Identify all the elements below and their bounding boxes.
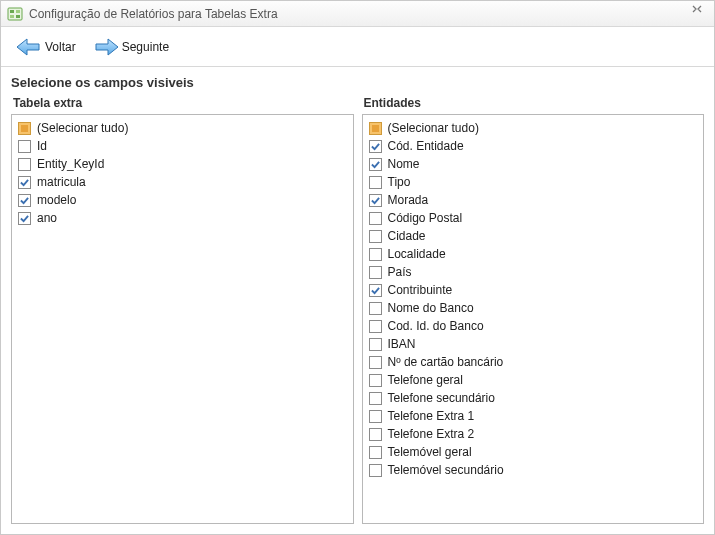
checkbox-icon[interactable] bbox=[369, 266, 382, 279]
left-item[interactable]: ano bbox=[14, 209, 351, 227]
left-select-all[interactable]: (Selecionar tudo) bbox=[14, 119, 351, 137]
right-item[interactable]: Tipo bbox=[365, 173, 702, 191]
item-label: modelo bbox=[37, 193, 76, 207]
select-all-label: (Selecionar tudo) bbox=[37, 121, 128, 135]
checkbox-icon[interactable] bbox=[369, 140, 382, 153]
checkbox-icon[interactable] bbox=[369, 392, 382, 405]
item-label: Id bbox=[37, 139, 47, 153]
item-label: Contribuinte bbox=[388, 283, 453, 297]
checkbox-icon[interactable] bbox=[369, 302, 382, 315]
item-label: Telefone secundário bbox=[388, 391, 495, 405]
right-column: Entidades (Selecionar tudo)Cód. Entidade… bbox=[362, 96, 705, 524]
item-label: IBAN bbox=[388, 337, 416, 351]
right-item[interactable]: Cod. Id. do Banco bbox=[365, 317, 702, 335]
right-header: Entidades bbox=[364, 96, 705, 110]
right-item[interactable]: Nome do Banco bbox=[365, 299, 702, 317]
left-header: Tabela extra bbox=[13, 96, 354, 110]
item-label: Telemóvel secundário bbox=[388, 463, 504, 477]
right-item[interactable]: Telefone Extra 2 bbox=[365, 425, 702, 443]
app-icon bbox=[7, 6, 23, 22]
left-listbox[interactable]: (Selecionar tudo)IdEntity_KeyIdmatricula… bbox=[11, 114, 354, 524]
right-item[interactable]: Localidade bbox=[365, 245, 702, 263]
checkbox-icon[interactable] bbox=[369, 320, 382, 333]
next-label: Seguinte bbox=[122, 40, 169, 54]
checkbox-icon[interactable] bbox=[369, 194, 382, 207]
window: Configuração de Relatórios para Tabelas … bbox=[0, 0, 715, 535]
svg-rect-2 bbox=[16, 10, 20, 13]
right-listbox[interactable]: (Selecionar tudo)Cód. EntidadeNomeTipoMo… bbox=[362, 114, 705, 524]
left-item[interactable]: matricula bbox=[14, 173, 351, 191]
right-item[interactable]: Nº de cartão bancário bbox=[365, 353, 702, 371]
checkbox-icon[interactable] bbox=[369, 158, 382, 171]
arrow-left-icon bbox=[15, 36, 41, 58]
toolbar: Voltar Seguinte bbox=[1, 27, 714, 67]
left-item[interactable]: modelo bbox=[14, 191, 351, 209]
item-label: País bbox=[388, 265, 412, 279]
item-label: Cod. Id. do Banco bbox=[388, 319, 484, 333]
content: Selecione os campos visiveis Tabela extr… bbox=[1, 67, 714, 534]
item-label: Telemóvel geral bbox=[388, 445, 472, 459]
item-label: Entity_KeyId bbox=[37, 157, 104, 171]
checkbox-icon[interactable] bbox=[369, 338, 382, 351]
checkbox-icon[interactable] bbox=[369, 176, 382, 189]
item-label: Telefone geral bbox=[388, 373, 463, 387]
item-label: Telefone Extra 2 bbox=[388, 427, 475, 441]
checkbox-icon[interactable] bbox=[18, 122, 31, 135]
left-item[interactable]: Id bbox=[14, 137, 351, 155]
checkbox-icon[interactable] bbox=[369, 122, 382, 135]
checkbox-icon[interactable] bbox=[369, 374, 382, 387]
right-item[interactable]: Cód. Entidade bbox=[365, 137, 702, 155]
close-button[interactable] bbox=[686, 5, 708, 23]
checkbox-icon[interactable] bbox=[18, 158, 31, 171]
item-label: Telefone Extra 1 bbox=[388, 409, 475, 423]
checkbox-icon[interactable] bbox=[369, 356, 382, 369]
checkbox-icon[interactable] bbox=[18, 176, 31, 189]
checkbox-icon[interactable] bbox=[369, 410, 382, 423]
svg-rect-4 bbox=[16, 15, 20, 18]
checkbox-icon[interactable] bbox=[369, 230, 382, 243]
checkbox-icon[interactable] bbox=[369, 248, 382, 261]
right-item[interactable]: País bbox=[365, 263, 702, 281]
titlebar: Configuração de Relatórios para Tabelas … bbox=[1, 1, 714, 27]
window-title: Configuração de Relatórios para Tabelas … bbox=[29, 7, 686, 21]
right-item[interactable]: Código Postal bbox=[365, 209, 702, 227]
right-select-all[interactable]: (Selecionar tudo) bbox=[365, 119, 702, 137]
checkbox-icon[interactable] bbox=[18, 212, 31, 225]
item-label: Localidade bbox=[388, 247, 446, 261]
back-button[interactable]: Voltar bbox=[9, 34, 82, 60]
checkbox-icon[interactable] bbox=[18, 140, 31, 153]
svg-rect-1 bbox=[10, 10, 14, 13]
right-item[interactable]: Cidade bbox=[365, 227, 702, 245]
checkbox-icon[interactable] bbox=[369, 446, 382, 459]
checkbox-icon[interactable] bbox=[369, 428, 382, 441]
right-item[interactable]: Telemóvel secundário bbox=[365, 461, 702, 479]
select-all-label: (Selecionar tudo) bbox=[388, 121, 479, 135]
columns: Tabela extra (Selecionar tudo)IdEntity_K… bbox=[11, 96, 704, 524]
left-item[interactable]: Entity_KeyId bbox=[14, 155, 351, 173]
section-title: Selecione os campos visiveis bbox=[11, 75, 704, 90]
item-label: Cidade bbox=[388, 229, 426, 243]
right-item[interactable]: Telefone Extra 1 bbox=[365, 407, 702, 425]
checkbox-icon[interactable] bbox=[369, 212, 382, 225]
right-item[interactable]: Telemóvel geral bbox=[365, 443, 702, 461]
checkbox-icon[interactable] bbox=[369, 284, 382, 297]
right-item[interactable]: Morada bbox=[365, 191, 702, 209]
checkbox-icon[interactable] bbox=[369, 464, 382, 477]
back-label: Voltar bbox=[45, 40, 76, 54]
right-item[interactable]: Telefone geral bbox=[365, 371, 702, 389]
item-label: Cód. Entidade bbox=[388, 139, 464, 153]
svg-rect-0 bbox=[8, 8, 22, 20]
item-label: Código Postal bbox=[388, 211, 463, 225]
right-item[interactable]: Telefone secundário bbox=[365, 389, 702, 407]
arrow-right-icon bbox=[92, 36, 118, 58]
item-label: Nome do Banco bbox=[388, 301, 474, 315]
right-item[interactable]: Nome bbox=[365, 155, 702, 173]
item-label: matricula bbox=[37, 175, 86, 189]
next-button[interactable]: Seguinte bbox=[86, 34, 175, 60]
checkbox-icon[interactable] bbox=[18, 194, 31, 207]
right-item[interactable]: Contribuinte bbox=[365, 281, 702, 299]
item-label: Tipo bbox=[388, 175, 411, 189]
item-label: ano bbox=[37, 211, 57, 225]
left-column: Tabela extra (Selecionar tudo)IdEntity_K… bbox=[11, 96, 354, 524]
right-item[interactable]: IBAN bbox=[365, 335, 702, 353]
